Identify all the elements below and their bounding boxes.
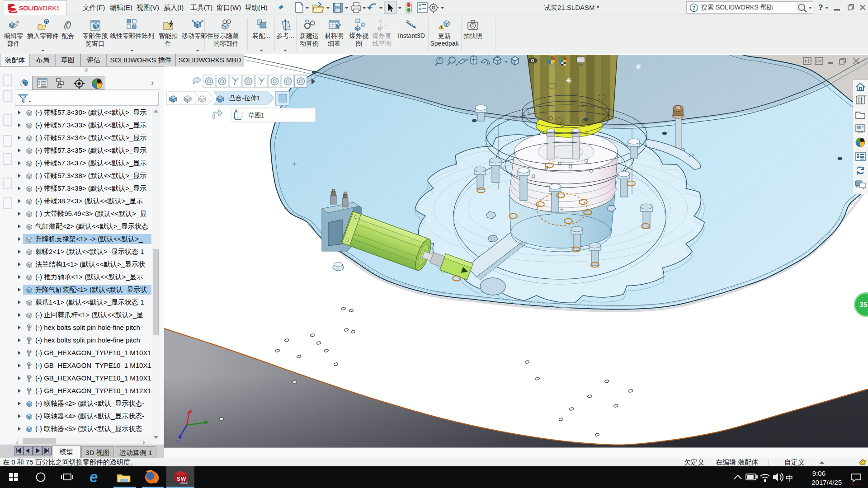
svg-text:S: S xyxy=(177,476,180,482)
svg-text:z: z xyxy=(176,439,179,444)
svg-text:?: ? xyxy=(692,5,695,11)
svg-text:x: x xyxy=(190,408,193,413)
svg-text:WORKS: WORKS xyxy=(37,5,59,12)
svg-text:!: ! xyxy=(441,25,442,29)
svg-text:凸台-拉伸1: 凸台-拉伸1 xyxy=(229,94,260,102)
svg-text:35: 35 xyxy=(859,301,868,309)
svg-text:?: ? xyxy=(818,3,823,12)
svg-text:草图1: 草图1 xyxy=(248,112,264,119)
svg-text:11:10: 11:10 xyxy=(849,482,861,487)
svg-text:中: 中 xyxy=(786,474,793,483)
svg-text:2017/4/25: 2017/4/25 xyxy=(811,479,842,486)
svg-text:9:06: 9:06 xyxy=(812,469,826,477)
svg-text:2016: 2016 xyxy=(180,481,188,484)
svg-text:SOLID: SOLID xyxy=(19,5,38,12)
svg-text:e: e xyxy=(90,469,98,485)
